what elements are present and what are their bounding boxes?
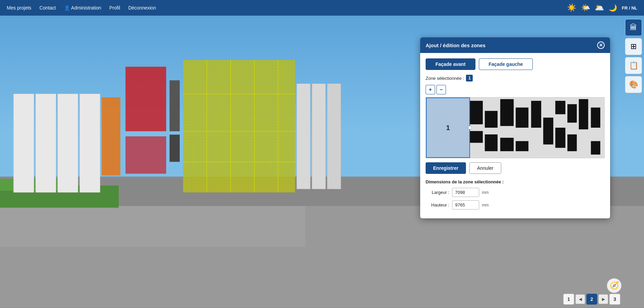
svg-rect-6 [36, 94, 56, 193]
panel-body: Façade avant Façade gauche Zone sélectio… [420, 53, 610, 218]
facade-avant-tab[interactable]: Façade avant [426, 58, 475, 70]
action-row: Enregistrer Annuler [426, 162, 605, 174]
svg-rect-8 [80, 94, 100, 193]
svg-rect-12 [170, 80, 180, 131]
zone-selected-block: 1 [426, 97, 470, 158]
page-1-button[interactable]: 1 [563, 294, 574, 305]
grid-area[interactable]: 1 [426, 97, 605, 158]
hauteur-row: Hauteur : mm [426, 200, 605, 210]
svg-rect-23 [297, 84, 310, 189]
panel: Ajout / édition des zones ✕ Façade avant… [420, 37, 610, 218]
svg-rect-39 [567, 104, 577, 123]
nav-contact[interactable]: Contact [39, 5, 56, 11]
nav-administration[interactable]: 👤 Administration [64, 5, 101, 11]
svg-rect-9 [102, 97, 120, 176]
nav-profil[interactable]: Profil [109, 5, 120, 11]
svg-rect-5 [14, 94, 34, 193]
hauteur-label: Hauteur : [426, 202, 449, 207]
bottom-pagination: 1 ◀ 2 ▶ 3 [563, 294, 620, 305]
navbar: Mes projets Contact 👤 Administration Pro… [0, 0, 644, 16]
facade-tabs: Façade avant Façade gauche [426, 58, 605, 70]
panel-title: Ajout / édition des zones [426, 42, 486, 48]
svg-rect-37 [555, 101, 565, 114]
add-remove-row: + − [426, 85, 605, 94]
svg-rect-32 [500, 138, 514, 151]
admin-user-icon: 👤 [64, 5, 70, 11]
zone-label-row: Zone sélectionnée : 1 [426, 75, 605, 81]
building-view-button[interactable]: 🏛 [625, 19, 642, 36]
nav-right: ☀️ 🌤️ 🌥️ 🌙 FR / NL [567, 3, 638, 12]
weather-cloudy-icon[interactable]: 🌥️ [595, 3, 604, 12]
panel-close-button[interactable]: ✕ [597, 41, 605, 49]
svg-rect-10 [125, 67, 166, 131]
svg-rect-2 [0, 206, 305, 247]
page-3-button[interactable]: 3 [609, 294, 620, 305]
svg-rect-29 [485, 111, 498, 128]
svg-rect-34 [516, 141, 529, 151]
svg-rect-13 [170, 135, 180, 162]
svg-rect-35 [531, 101, 541, 128]
svg-rect-25 [327, 84, 341, 189]
page-2-button[interactable]: 2 [586, 294, 597, 305]
nav-mes-projets[interactable]: Mes projets [7, 5, 31, 11]
zone-selectionnee-text: Zone sélectionnée : [426, 76, 464, 81]
hauteur-input[interactable] [452, 200, 479, 210]
weather-moon-icon[interactable]: 🌙 [609, 4, 617, 12]
svg-rect-33 [516, 108, 529, 128]
largeur-label: Largeur : [426, 190, 449, 195]
svg-rect-27 [470, 101, 483, 124]
page-prev-button[interactable]: ◀ [575, 294, 585, 304]
svg-rect-31 [500, 99, 514, 126]
svg-rect-30 [485, 134, 498, 151]
layers-view-button[interactable]: 📋 [625, 57, 642, 74]
svg-rect-24 [312, 84, 326, 189]
svg-rect-41 [579, 99, 588, 129]
zone-badge: 1 [466, 75, 473, 81]
compass-widget[interactable]: 🧭 [607, 278, 622, 293]
largeur-input[interactable] [452, 188, 479, 197]
svg-rect-40 [567, 134, 577, 151]
svg-rect-42 [591, 108, 600, 128]
largeur-row: Largeur : mm [426, 188, 605, 197]
language-switcher[interactable]: FR / NL [622, 5, 638, 11]
save-button[interactable]: Enregistrer [426, 162, 466, 174]
zone-resize-handle[interactable] [468, 126, 472, 129]
nav-deconnexion[interactable]: Déconnexion [128, 5, 156, 11]
remove-zone-button[interactable]: − [436, 85, 446, 94]
svg-rect-22 [183, 60, 295, 193]
right-sidebar: 🏛 ⊞ 📋 🎨 [623, 16, 644, 93]
weather-partly-cloudy-icon[interactable]: 🌤️ [581, 3, 590, 12]
page-next-button[interactable]: ▶ [599, 294, 608, 304]
svg-rect-36 [543, 117, 553, 144]
zone-selected-number: 1 [446, 124, 450, 132]
svg-rect-43 [591, 141, 600, 155]
dimensions-title: Dimensions de la zone sélectionnée : [426, 179, 605, 184]
largeur-unit: mm [482, 190, 489, 195]
svg-rect-38 [555, 128, 565, 148]
add-zone-button[interactable]: + [426, 85, 435, 94]
svg-rect-7 [58, 94, 78, 193]
cancel-button[interactable]: Annuler [469, 162, 501, 174]
grid-view-button[interactable]: ⊞ [625, 38, 642, 55]
facade-gauche-tab[interactable]: Façade gauche [479, 58, 533, 70]
pattern-svg [470, 97, 604, 158]
palette-button[interactable]: 🎨 [625, 76, 642, 93]
panel-header: Ajout / édition des zones ✕ [420, 37, 610, 53]
weather-sunny-icon[interactable]: ☀️ [567, 3, 576, 12]
hauteur-unit: mm [482, 203, 489, 207]
svg-rect-11 [125, 137, 166, 174]
svg-rect-28 [470, 131, 483, 143]
